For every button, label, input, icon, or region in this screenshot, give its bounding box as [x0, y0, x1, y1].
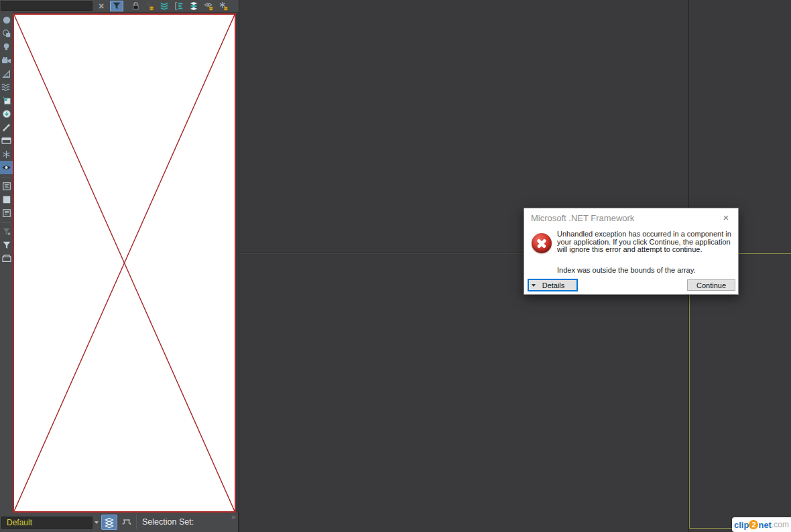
display-cameras-button[interactable] [0, 54, 13, 67]
watermark-text: clip [734, 520, 749, 530]
toolbar-separator [1, 222, 11, 223]
bone-icon [2, 123, 11, 132]
lock-icon [131, 1, 140, 11]
filter-icon [2, 241, 11, 250]
layer-stack-button[interactable] [187, 1, 200, 11]
container-basket-button[interactable] [0, 252, 13, 265]
import-sphere-icon [2, 109, 11, 119]
dropdown-caret-icon[interactable] [95, 521, 99, 524]
filter-options-icon [2, 227, 11, 237]
toolbar-separator [1, 177, 11, 178]
snowflake-coins-icon [219, 1, 229, 11]
container-icon [1, 137, 11, 145]
display-containers-button[interactable] [0, 134, 13, 147]
select-children-icon [160, 1, 169, 11]
display-xrefs-button[interactable] [0, 94, 13, 107]
display-geometry-button[interactable] [0, 13, 13, 27]
shapes-icon [2, 29, 11, 38]
continue-button[interactable]: Continue [687, 279, 735, 291]
display-space-warps-button[interactable] [0, 80, 13, 94]
blank-view-button[interactable] [0, 193, 13, 206]
display-helpers-button[interactable] [0, 67, 13, 80]
eye-coins-icon [204, 1, 214, 11]
select-children-button[interactable] [158, 1, 171, 11]
hide-objects-button[interactable] [202, 1, 215, 11]
hierarchy-icon [121, 517, 132, 527]
error-message: Unhandled exception has occurred in a co… [557, 230, 733, 254]
geometry-icon [2, 15, 11, 25]
list-detail-icon [2, 208, 11, 218]
continue-button-label: Continue [696, 281, 726, 289]
error-icon [532, 233, 552, 253]
list-view-b-button[interactable] [0, 206, 13, 220]
clip2net-watermark: clip2net.com [732, 517, 791, 532]
waves-icon [1, 83, 11, 92]
close-icon[interactable]: × [720, 212, 732, 224]
display-shapes-button[interactable] [0, 27, 13, 40]
basket-icon [2, 255, 11, 263]
details-button-label: Details [542, 281, 565, 289]
expand-caret-icon [532, 284, 536, 287]
error-detail-message: Index was outside the bounds of the arra… [557, 266, 733, 274]
camera-icon [1, 56, 11, 65]
xref-icon [2, 96, 11, 105]
hidden-eye-icon [1, 163, 11, 172]
pick-add-icon [145, 1, 154, 11]
display-filter-toolbar [0, 12, 13, 513]
scene-explorer-toolbar: × [0, 0, 239, 12]
clear-icon: × [99, 1, 104, 11]
search-input[interactable] [1, 1, 93, 11]
freeze-objects-button[interactable] [217, 1, 230, 11]
application-window: × [0, 0, 791, 532]
list-view-a-button[interactable] [0, 180, 13, 193]
watermark-text: net [758, 520, 772, 530]
broken-explorer-view[interactable] [13, 13, 236, 513]
overflow-chevron[interactable]: » [231, 513, 234, 521]
sync-selection-button[interactable] [172, 1, 186, 11]
lock-cell-editing-button[interactable] [129, 1, 142, 11]
display-bones-button[interactable] [0, 121, 13, 134]
display-imports-button[interactable] [0, 107, 13, 121]
display-hidden-button[interactable] [0, 161, 13, 174]
selection-set-label: Selection Set: [142, 517, 194, 527]
dotnet-error-dialog: Microsoft .NET Framework × Unhandled exc… [524, 208, 739, 295]
dialog-title: Microsoft .NET Framework [531, 213, 634, 223]
light-bulb-icon [2, 42, 11, 52]
display-lights-button[interactable] [0, 40, 13, 54]
details-button[interactable]: Details [528, 279, 577, 291]
filter-icon [112, 1, 121, 11]
blank-square-icon [2, 195, 11, 204]
layer-stack-icon [189, 1, 198, 11]
separator [136, 515, 137, 529]
list-icon [2, 182, 11, 191]
clear-search-button[interactable]: × [95, 1, 108, 11]
watermark-text: .com [772, 520, 789, 529]
layers-icon [104, 517, 115, 528]
watermark-2-badge: 2 [749, 520, 758, 529]
pick-add-button[interactable] [143, 1, 156, 11]
dialog-titlebar[interactable]: Microsoft .NET Framework × [524, 208, 738, 226]
hierarchy-mode-button[interactable] [119, 515, 134, 530]
display-frozen-button[interactable] [0, 147, 13, 161]
filter-with-options-button[interactable] [0, 225, 13, 239]
filter-plain-button[interactable] [0, 239, 13, 252]
filter-selection-button[interactable] [110, 1, 123, 11]
bottom-status-bar: Default Selection Set: » [0, 513, 239, 532]
sync-selection-icon [174, 1, 184, 11]
red-cross-placeholder [14, 15, 235, 511]
frozen-snowflake-icon [2, 150, 11, 159]
helper-triangle-icon [2, 70, 11, 78]
layer-list-button[interactable] [101, 515, 117, 530]
active-layer-field[interactable]: Default [1, 517, 93, 529]
